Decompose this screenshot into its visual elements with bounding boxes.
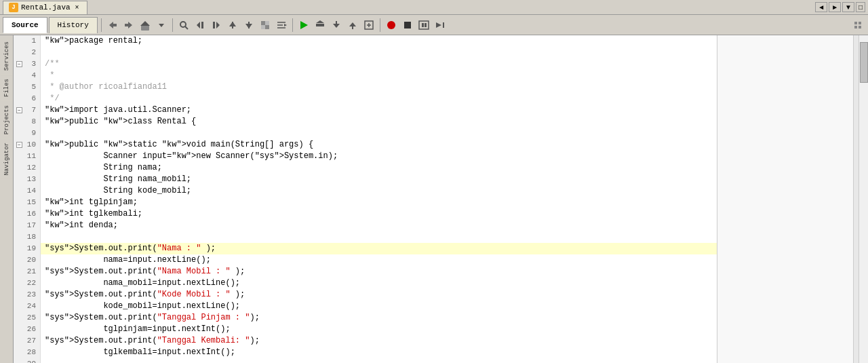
fold-button-10[interactable]: − bbox=[16, 142, 22, 148]
toolbar-btn-step[interactable] bbox=[433, 18, 448, 33]
line-number-2: 2 bbox=[14, 47, 40, 58]
vertical-scrollbar[interactable] bbox=[859, 35, 868, 363]
code-line-14[interactable]: String kode_mobil; bbox=[41, 185, 717, 197]
code-line-9[interactable] bbox=[41, 128, 717, 139]
svg-marker-5 bbox=[197, 22, 200, 28]
code-line-11[interactable]: Scanner input="kw">new Scanner("sys">Sys… bbox=[41, 151, 717, 162]
annotation-bar bbox=[853, 35, 859, 363]
svg-rect-39 bbox=[859, 22, 861, 24]
code-line-10[interactable]: "kw">public "kw">static "kw">void main(S… bbox=[41, 139, 717, 151]
line-number-29: 29 bbox=[14, 358, 40, 363]
fold-button-3[interactable]: − bbox=[16, 61, 22, 67]
code-line-20[interactable]: nama=input.nextLine(); bbox=[41, 254, 717, 266]
line-number-20: 20 bbox=[14, 254, 40, 266]
sidebar-item-projects[interactable]: Projects bbox=[1, 102, 12, 138]
toolbar-btn-search[interactable] bbox=[176, 18, 191, 33]
toolbar-btn-add[interactable] bbox=[361, 18, 376, 33]
code-line-7[interactable]: "kw">import java.util.Scanner; bbox=[41, 104, 717, 116]
code-line-26[interactable]: tglpinjam=input.nextInt(); bbox=[41, 324, 717, 335]
code-line-5[interactable]: * @author ricoalfianda11 bbox=[41, 81, 717, 93]
toolbar-btn-run[interactable] bbox=[296, 18, 311, 33]
toolbar-btn-step-into[interactable] bbox=[329, 18, 344, 33]
code-content[interactable]: "kw">package rental;/** * * @author rico… bbox=[41, 35, 853, 363]
code-line-8[interactable]: "kw">public "kw">class Rental { bbox=[41, 116, 717, 128]
file-tab[interactable]: J Rental.java × bbox=[3, 1, 87, 14]
tab-history[interactable]: History bbox=[49, 17, 98, 33]
sidebar-item-files[interactable]: Files bbox=[1, 75, 12, 100]
svg-line-4 bbox=[185, 26, 188, 29]
code-line-16[interactable]: "kw">int tglkembali; bbox=[41, 208, 717, 220]
editor-divider bbox=[717, 35, 717, 363]
tab-source[interactable]: Source bbox=[3, 17, 47, 33]
line-number-1: 1 bbox=[14, 35, 40, 47]
toolbar-btn-next-item[interactable] bbox=[209, 18, 224, 33]
toolbar-btn-breakpoint[interactable] bbox=[384, 18, 399, 33]
code-line-17[interactable]: "kw">int denda; bbox=[41, 220, 717, 231]
svg-rect-35 bbox=[425, 23, 427, 27]
code-line-29[interactable] bbox=[41, 358, 717, 363]
code-line-18[interactable] bbox=[41, 231, 717, 243]
code-area[interactable]: "kw">package rental;/** * * @author rico… bbox=[41, 35, 717, 363]
nav-dropdown-button[interactable]: ▼ bbox=[842, 2, 854, 12]
sidebar-item-services[interactable]: Services bbox=[1, 38, 12, 74]
nav-next-button[interactable]: ► bbox=[829, 2, 841, 12]
toolbar-btn-home[interactable] bbox=[138, 18, 153, 33]
nav-prev-button[interactable]: ◄ bbox=[815, 2, 827, 12]
toolbar-btn-forward[interactable] bbox=[121, 18, 136, 33]
line-number-11: 11 bbox=[14, 151, 40, 162]
code-line-4[interactable]: * bbox=[41, 70, 717, 81]
code-line-22[interactable]: nama_mobil=input.nextLine(); bbox=[41, 278, 717, 289]
line-number-25: 25 bbox=[14, 312, 40, 324]
toolbar-btn-down[interactable] bbox=[241, 18, 256, 33]
tab-close-button[interactable]: × bbox=[73, 3, 81, 12]
code-line-3[interactable]: /** bbox=[41, 58, 717, 70]
toolbar-separator-4 bbox=[380, 18, 380, 32]
code-line-13[interactable]: String nama_mobil; bbox=[41, 174, 717, 185]
line-number-5: 5 bbox=[14, 81, 40, 93]
toolbar-btn-up[interactable] bbox=[225, 18, 240, 33]
svg-marker-7 bbox=[216, 22, 220, 28]
toolbar-btn-step-out[interactable] bbox=[345, 18, 360, 33]
line-number-7: −7 bbox=[14, 104, 40, 116]
svg-marker-19 bbox=[284, 24, 287, 26]
code-line-27[interactable]: "sys">System.out.print("Tanggal Kembali:… bbox=[41, 335, 717, 347]
toolbar-btn-indent[interactable] bbox=[274, 18, 289, 33]
code-line-12[interactable]: String nama; bbox=[41, 162, 717, 174]
svg-rect-22 bbox=[316, 24, 324, 26]
fold-button-7[interactable]: − bbox=[16, 107, 22, 113]
code-line-23[interactable]: "sys">System.out.print("Kode Mobil : " )… bbox=[41, 289, 717, 301]
toolbar-btn-step-over[interactable] bbox=[313, 18, 328, 33]
toolbar-btn-back[interactable] bbox=[105, 18, 120, 33]
svg-rect-13 bbox=[261, 21, 265, 25]
right-panel bbox=[717, 35, 853, 363]
svg-rect-32 bbox=[404, 22, 411, 28]
code-line-25[interactable]: "sys">System.out.print("Tanggal Pinjam :… bbox=[41, 312, 717, 324]
code-line-21[interactable]: "sys">System.out.print("Nama Mobil : " )… bbox=[41, 266, 717, 278]
scrollbar-thumb[interactable] bbox=[860, 42, 868, 83]
line-number-6: 6 bbox=[14, 93, 40, 104]
toolbar-btn-prev[interactable] bbox=[193, 18, 208, 33]
line-numbers: 12−3456−789−1011121314151617181920212223… bbox=[14, 35, 41, 363]
line-number-4: 4 bbox=[14, 70, 40, 81]
code-line-6[interactable]: */ bbox=[41, 93, 717, 104]
sidebar-item-navigator[interactable]: Navigator bbox=[1, 139, 12, 179]
toolbar-btn-toggle[interactable] bbox=[258, 18, 273, 33]
line-number-21: 21 bbox=[14, 266, 40, 278]
toolbar-btn-stop[interactable] bbox=[400, 18, 415, 33]
toolbar-end-button[interactable] bbox=[850, 18, 865, 33]
code-line-1[interactable]: "kw">package rental; bbox=[41, 35, 717, 47]
line-number-24: 24 bbox=[14, 301, 40, 312]
toolbar-btn-play[interactable] bbox=[416, 18, 431, 33]
code-line-19[interactable]: "sys">System.out.print("Nama : " ); bbox=[41, 243, 717, 254]
toolbar-btn-dropdown[interactable] bbox=[154, 18, 169, 33]
toolbar-separator-3 bbox=[292, 18, 293, 32]
line-number-12: 12 bbox=[14, 162, 40, 174]
svg-rect-41 bbox=[859, 26, 861, 28]
code-line-15[interactable]: "kw">int tglpinjam; bbox=[41, 197, 717, 208]
line-number-19: 19 bbox=[14, 243, 40, 254]
code-line-2[interactable] bbox=[41, 47, 717, 58]
svg-point-3 bbox=[180, 22, 186, 27]
nav-split-button[interactable]: □ bbox=[856, 2, 865, 12]
code-line-24[interactable]: kode_mobil=input.nextLine(); bbox=[41, 301, 717, 312]
code-line-28[interactable]: tglkembali=input.nextInt(); bbox=[41, 347, 717, 358]
